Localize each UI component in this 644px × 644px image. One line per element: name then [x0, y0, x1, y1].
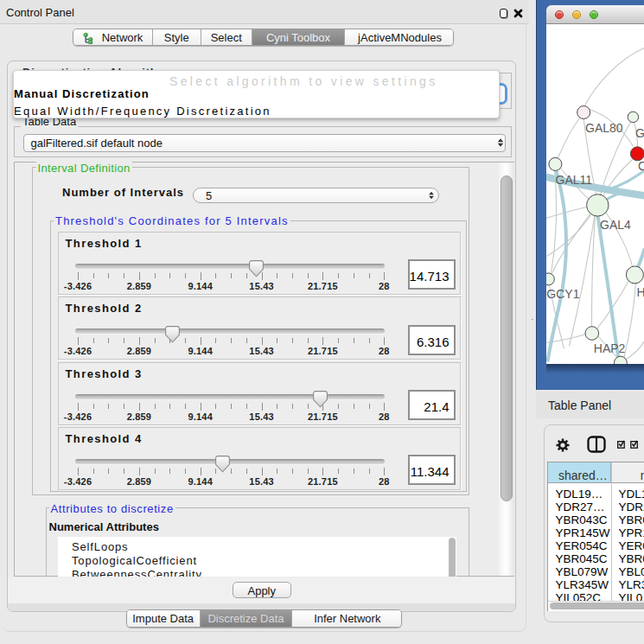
svg-text:HAP2: HAP2	[593, 341, 625, 354]
svg-text:GAL80: GAL80	[585, 120, 623, 134]
svg-text:GCY1: GCY1	[546, 286, 579, 300]
svg-text:CYC8: CYC8	[638, 158, 644, 172]
svg-text:GAL4: GAL4	[600, 218, 631, 232]
svg-text:GAL7: GAL7	[635, 125, 644, 139]
svg-text:GAL11: GAL11	[555, 173, 592, 187]
svg-text:HIS4: HIS4	[636, 284, 644, 298]
